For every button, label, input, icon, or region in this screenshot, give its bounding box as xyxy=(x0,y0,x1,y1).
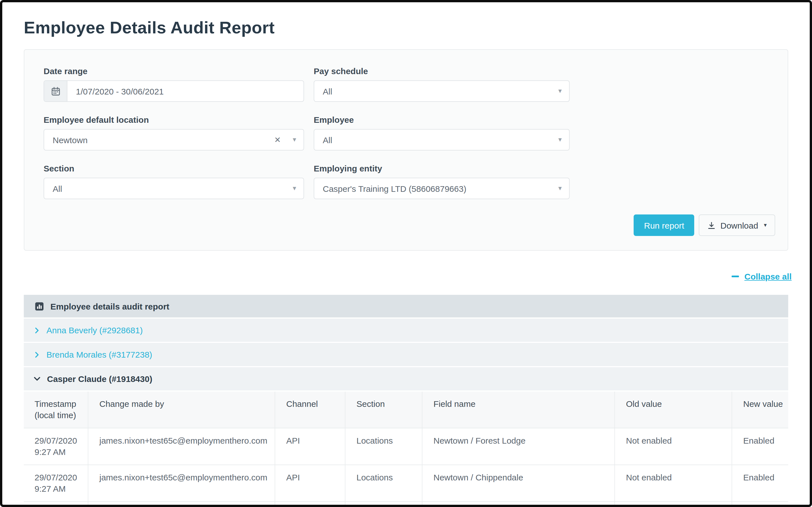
download-button-label: Download xyxy=(720,220,758,230)
employee-select[interactable]: All ▾ xyxy=(314,129,570,151)
group-row-casper-claude[interactable]: Casper Claude (#1918430) xyxy=(24,367,788,390)
employee-label: Employee xyxy=(314,114,570,125)
table-cell-timestamp: 29/07/2020 9:27 AM xyxy=(24,502,88,507)
group-row-label: Brenda Morales (#3177238) xyxy=(46,350,152,359)
table-cell-new-value: Enabled xyxy=(731,465,788,502)
employee-default-location-label: Employee default location xyxy=(44,114,304,125)
download-button[interactable]: Download ▾ xyxy=(699,215,775,236)
table-cell-change-made-by: james.nixon+test65c@employmenthero.com xyxy=(88,428,274,465)
table-header-row: Timestamp (local time) Change made by Ch… xyxy=(24,392,788,428)
employee-field: Employee All ▾ xyxy=(314,114,570,151)
chevron-down-icon: ▾ xyxy=(558,136,562,143)
table-cell-section: Locations xyxy=(345,465,422,502)
employing-entity-field: Employing entity Casper's Training LTD (… xyxy=(314,163,570,199)
table-cell-old-value: Not enabled xyxy=(614,465,731,502)
table-cell-timestamp: 29/07/2020 9:27 AM xyxy=(24,428,88,465)
clear-selection-icon[interactable]: ✕ xyxy=(274,135,281,144)
employing-entity-value: Casper's Training LTD (58606879663) xyxy=(323,184,466,193)
table-cell-timestamp: 29/07/2020 9:27 AM xyxy=(24,465,88,502)
pay-schedule-value: All xyxy=(323,86,332,96)
report-header-title: Employee details audit report xyxy=(50,301,169,311)
table-cell-old-value: Not enabled xyxy=(614,428,731,465)
chevron-down-icon: ▾ xyxy=(293,136,296,143)
table-row: 29/07/2020 9:27 AM james.nixon+test65c@e… xyxy=(24,428,788,465)
table-row: 29/07/2020 9:27 AM james.nixon+test65c@e… xyxy=(24,465,788,502)
audit-table: Timestamp (local time) Change made by Ch… xyxy=(24,392,788,507)
group-row-brenda-morales[interactable]: Brenda Morales (#3177238) xyxy=(24,343,788,366)
table-cell-channel: API xyxy=(274,428,345,465)
date-range-value: 1/07/2020 - 30/06/2021 xyxy=(67,86,164,96)
table-row: 29/07/2020 9:27 AM james.nixon+test65c@e… xyxy=(24,502,788,507)
collapse-all-row: Collapse all xyxy=(2,271,792,282)
date-range-label: Date range xyxy=(44,66,304,76)
chevron-right-icon xyxy=(34,351,40,358)
run-report-button[interactable]: Run report xyxy=(634,215,695,236)
collapse-all-link[interactable]: Collapse all xyxy=(744,272,792,281)
chevron-down-icon: ▾ xyxy=(558,185,562,191)
employee-details-audit-report-page: Employee Details Audit Report Date range xyxy=(0,0,812,507)
report-section: Employee details audit report Anna Bever… xyxy=(24,295,788,507)
report-document-icon xyxy=(35,301,44,311)
employee-default-location-field: Employee default location Newtown ✕ ▾ xyxy=(44,114,304,151)
filter-grid: Date range xyxy=(44,66,775,199)
group-row-label: Anna Beverly (#2928681) xyxy=(46,325,143,335)
table-cell-section: Locations xyxy=(345,502,422,507)
table-cell-change-made-by: james.nixon+test65c@employmenthero.com xyxy=(88,465,274,502)
table-cell-section: Locations xyxy=(345,428,422,465)
date-range-field: Date range xyxy=(44,66,304,102)
page-title: Employee Details Audit Report xyxy=(24,17,788,38)
filter-actions: Run report Download ▾ xyxy=(44,215,775,242)
column-header-new-value: New value xyxy=(731,392,788,428)
pay-schedule-field: Pay schedule All ▾ xyxy=(314,66,570,102)
section-select[interactable]: All ▾ xyxy=(44,178,304,199)
download-icon xyxy=(708,221,716,229)
chevron-down-icon: ▾ xyxy=(558,88,562,94)
chevron-right-icon xyxy=(34,327,40,334)
filter-panel: Date range xyxy=(24,49,788,251)
table-cell-channel: API xyxy=(274,465,345,502)
column-header-field-name: Field name xyxy=(422,392,614,428)
chevron-down-icon: ▾ xyxy=(293,185,296,191)
table-cell-field-name: Newtown / Chippendale / Central Park Mal… xyxy=(422,502,614,507)
table-cell-new-value: Enabled xyxy=(731,502,788,507)
table-cell-new-value: Enabled xyxy=(731,428,788,465)
table-cell-old-value: Not enabled xyxy=(614,502,731,507)
employee-value: All xyxy=(323,135,332,145)
minus-icon xyxy=(731,276,739,277)
column-header-channel: Channel xyxy=(274,392,345,428)
column-header-change-made-by: Change made by xyxy=(88,392,274,428)
report-header-bar: Employee details audit report xyxy=(24,295,788,318)
section-label: Section xyxy=(44,163,304,174)
group-row-anna-beverly[interactable]: Anna Beverly (#2928681) xyxy=(24,319,788,342)
column-header-timestamp: Timestamp (local time) xyxy=(24,392,88,428)
table-cell-change-made-by: james.nixon+test65c@employmenthero.com xyxy=(88,502,274,507)
employee-default-location-value: Newtown xyxy=(53,135,88,145)
pay-schedule-select[interactable]: All ▾ xyxy=(314,80,570,102)
chevron-down-icon: ▾ xyxy=(764,222,767,228)
column-header-section: Section xyxy=(345,392,422,428)
section-field: Section All ▾ xyxy=(44,163,304,199)
group-row-label: Casper Claude (#1918430) xyxy=(47,374,152,384)
table-cell-field-name: Newtown / Chippendale xyxy=(422,465,614,502)
calendar-icon xyxy=(44,81,67,101)
column-header-old-value: Old value xyxy=(614,392,731,428)
table-cell-field-name: Newtown / Forest Lodge xyxy=(422,428,614,465)
employee-default-location-select[interactable]: Newtown ✕ ▾ xyxy=(44,129,304,151)
date-range-input[interactable]: 1/07/2020 - 30/06/2021 xyxy=(44,80,304,102)
pay-schedule-label: Pay schedule xyxy=(314,66,570,76)
employing-entity-select[interactable]: Casper's Training LTD (58606879663) ▾ xyxy=(314,178,570,199)
employing-entity-label: Employing entity xyxy=(314,163,570,174)
section-value: All xyxy=(53,184,62,193)
table-cell-channel: API xyxy=(274,502,345,507)
chevron-down-icon xyxy=(34,375,41,383)
